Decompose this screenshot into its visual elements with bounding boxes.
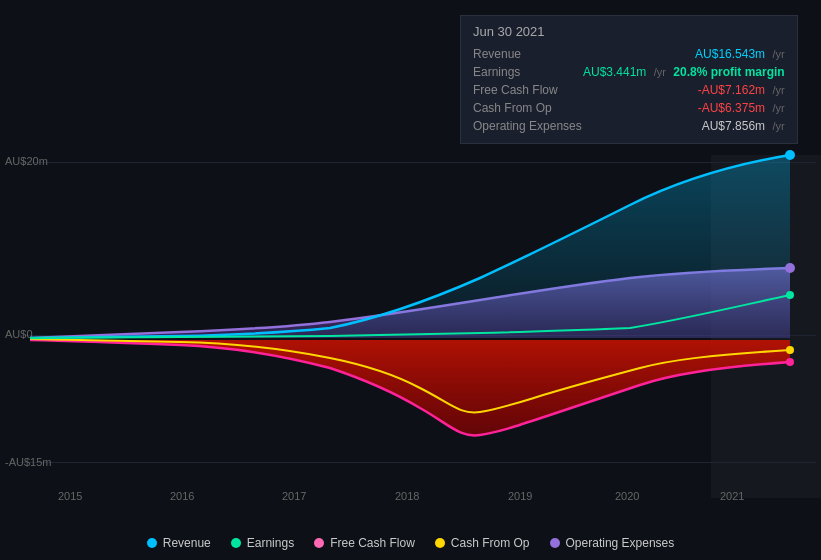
x-label-2017: 2017 bbox=[282, 490, 306, 502]
tooltip-cfo-row: Cash From Op -AU$6.375m /yr bbox=[473, 99, 785, 117]
tooltip-opex-label: Operating Expenses bbox=[473, 119, 583, 133]
x-label-2019: 2019 bbox=[508, 490, 532, 502]
svg-point-4 bbox=[786, 358, 794, 366]
tooltip-opex-value: AU$7.856m bbox=[702, 119, 765, 133]
x-label-2021: 2021 bbox=[720, 490, 744, 502]
legend-opex-label: Operating Expenses bbox=[566, 536, 675, 550]
chart-container: AU$20m AU$0 -AU$15m bbox=[0, 0, 821, 560]
legend-cfo-label: Cash From Op bbox=[451, 536, 530, 550]
tooltip-opex-row: Operating Expenses AU$7.856m /yr bbox=[473, 117, 785, 135]
tooltip-box: Jun 30 2021 Revenue AU$16.543m /yr Earni… bbox=[460, 15, 798, 144]
legend-cfo-dot bbox=[435, 538, 445, 548]
tooltip-opex-suffix: /yr bbox=[772, 120, 784, 132]
svg-point-0 bbox=[785, 150, 795, 160]
x-label-2015: 2015 bbox=[58, 490, 82, 502]
tooltip-fcf-label: Free Cash Flow bbox=[473, 83, 583, 97]
legend-cfo[interactable]: Cash From Op bbox=[435, 536, 530, 550]
legend-fcf-dot bbox=[314, 538, 324, 548]
svg-point-1 bbox=[785, 263, 795, 273]
tooltip-earnings-label: Earnings bbox=[473, 65, 583, 79]
tooltip-revenue-row: Revenue AU$16.543m /yr bbox=[473, 45, 785, 63]
tooltip-revenue-suffix: /yr bbox=[772, 48, 784, 60]
legend-earnings[interactable]: Earnings bbox=[231, 536, 294, 550]
legend-revenue-dot bbox=[147, 538, 157, 548]
legend-earnings-label: Earnings bbox=[247, 536, 294, 550]
tooltip-profit-margin: 20.8% profit margin bbox=[673, 65, 784, 79]
tooltip-cfo-label: Cash From Op bbox=[473, 101, 583, 115]
chart-legend: Revenue Earnings Free Cash Flow Cash Fro… bbox=[0, 536, 821, 550]
legend-revenue-label: Revenue bbox=[163, 536, 211, 550]
tooltip-fcf-suffix: /yr bbox=[772, 84, 784, 96]
tooltip-cfo-value: -AU$6.375m bbox=[698, 101, 765, 115]
tooltip-date: Jun 30 2021 bbox=[473, 24, 785, 39]
tooltip-earnings-value: AU$3.441m bbox=[583, 65, 646, 79]
legend-opex-dot bbox=[550, 538, 560, 548]
tooltip-earnings-row: Earnings AU$3.441m /yr 20.8% profit marg… bbox=[473, 63, 785, 81]
x-label-2020: 2020 bbox=[615, 490, 639, 502]
svg-point-3 bbox=[786, 346, 794, 354]
svg-point-2 bbox=[786, 291, 794, 299]
tooltip-fcf-row: Free Cash Flow -AU$7.162m /yr bbox=[473, 81, 785, 99]
x-label-2018: 2018 bbox=[395, 490, 419, 502]
legend-earnings-dot bbox=[231, 538, 241, 548]
tooltip-cfo-suffix: /yr bbox=[772, 102, 784, 114]
x-label-2016: 2016 bbox=[170, 490, 194, 502]
legend-revenue[interactable]: Revenue bbox=[147, 536, 211, 550]
tooltip-revenue-value: AU$16.543m bbox=[695, 47, 765, 61]
tooltip-fcf-value: -AU$7.162m bbox=[698, 83, 765, 97]
legend-fcf[interactable]: Free Cash Flow bbox=[314, 536, 415, 550]
tooltip-revenue-label: Revenue bbox=[473, 47, 583, 61]
tooltip-earnings-suffix: /yr bbox=[654, 66, 666, 78]
legend-opex[interactable]: Operating Expenses bbox=[550, 536, 675, 550]
legend-fcf-label: Free Cash Flow bbox=[330, 536, 415, 550]
